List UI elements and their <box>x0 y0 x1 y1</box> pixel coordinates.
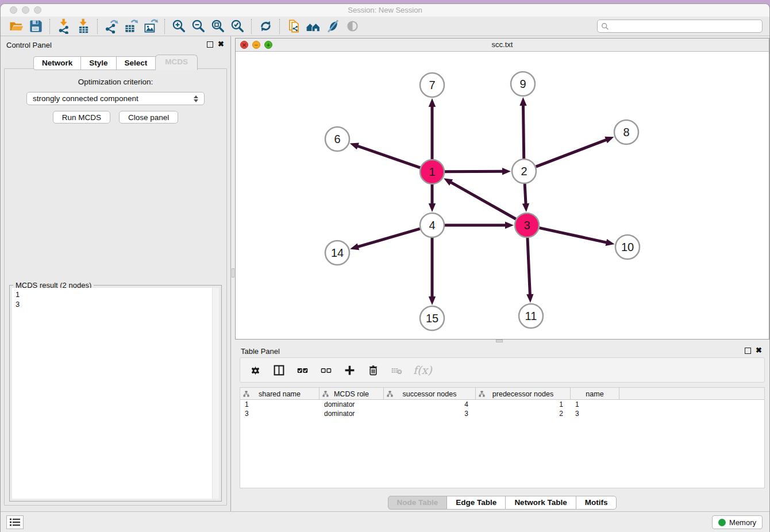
deselect-all-button[interactable] <box>319 363 333 377</box>
close-table-panel-icon[interactable]: ✖ <box>756 346 762 354</box>
tab-motifs[interactable]: Motifs <box>576 496 617 510</box>
graphics-details-button[interactable] <box>323 18 342 35</box>
network-window-titlebar: ✕ − + scc.txt <box>236 38 769 52</box>
column-header-shared-name[interactable]: shared name <box>240 388 319 400</box>
float-table-panel-icon[interactable] <box>745 348 751 354</box>
task-history-button[interactable] <box>6 515 24 529</box>
select-all-icon <box>297 364 309 376</box>
edge-2-9[interactable] <box>523 105 523 159</box>
select-all-button[interactable] <box>295 363 309 377</box>
edge-3-1[interactable] <box>450 182 515 219</box>
node-label-2: 2 <box>521 165 527 178</box>
application-window: Session: New Session <box>0 0 770 532</box>
zoom-in-button[interactable] <box>169 18 188 35</box>
column-header-successor-nodes[interactable]: successor nodes <box>384 388 476 400</box>
memory-button[interactable]: Memory <box>712 515 763 529</box>
toolbar-separator <box>251 19 252 34</box>
toolbar-separator <box>97 19 98 34</box>
create-column-button[interactable] <box>342 363 356 377</box>
optimization-criterion-select[interactable]: strongly connected component <box>26 92 205 105</box>
table-panel: Table Panel ✖ <box>235 342 769 511</box>
search-icon <box>601 22 609 30</box>
first-neighbors-button[interactable] <box>303 18 323 35</box>
node-label-1: 1 <box>429 165 435 178</box>
column-header-predecessor-nodes[interactable]: predecessor nodes <box>476 388 571 400</box>
column-label: shared name <box>259 390 301 398</box>
zoom-fit-button[interactable] <box>208 18 228 35</box>
tab-mcds[interactable]: MCDS <box>155 55 198 70</box>
scrollbar[interactable] <box>212 288 219 499</box>
table-options-button[interactable] <box>248 363 262 377</box>
node-label-6: 6 <box>334 133 340 145</box>
delete-column-button[interactable] <box>366 363 380 377</box>
tab-node-table[interactable]: Node Table <box>388 496 448 510</box>
mcds-result-group: MCDS result (2 nodes) 1 3 <box>9 285 222 502</box>
export-network-button[interactable] <box>102 18 121 35</box>
cell-name[interactable]: 1 <box>571 400 619 409</box>
show-column-panel-button[interactable] <box>272 363 286 377</box>
edge-arrowhead <box>429 203 436 212</box>
tab-network-table[interactable]: Network Table <box>505 496 576 510</box>
column-label: name <box>586 390 603 398</box>
zoom-fit-icon <box>210 18 226 34</box>
node-label-15: 15 <box>426 312 438 325</box>
cell-predecessor-nodes[interactable]: 2 <box>476 409 571 418</box>
edge-4-14[interactable] <box>357 229 420 247</box>
panel-splitter[interactable] <box>230 36 234 511</box>
import-table-button[interactable] <box>74 18 93 35</box>
cell-successor-nodes[interactable]: 3 <box>384 409 476 418</box>
edge-2-8[interactable] <box>536 140 607 167</box>
edge-arrowhead <box>502 168 511 175</box>
tab-network[interactable]: Network <box>33 56 81 70</box>
new-network-from-selection-button[interactable] <box>284 18 303 35</box>
toolbar-separator <box>164 19 165 34</box>
open-session-button[interactable] <box>6 18 26 35</box>
edge-3-10[interactable] <box>539 228 607 243</box>
table-panel-title: Table Panel <box>241 347 280 356</box>
control-panel-title: Control Panel <box>6 41 52 49</box>
cell-name[interactable]: 3 <box>571 409 619 418</box>
import-network-icon <box>56 18 72 34</box>
mcds-result-box: 1 3 <box>12 288 219 499</box>
float-panel-icon[interactable] <box>207 41 213 48</box>
table-row[interactable]: 3dominator323 <box>240 409 764 418</box>
cell-mcds-role[interactable]: dominator <box>319 400 384 409</box>
edge-arrowhead <box>519 97 526 106</box>
cell-shared-name[interactable]: 1 <box>240 400 319 409</box>
cell-mcds-role[interactable]: dominator <box>319 409 384 418</box>
network-canvas[interactable]: 7968124314101511 <box>236 52 769 339</box>
search-input[interactable] <box>611 22 759 30</box>
function-builder-button[interactable]: f(x) <box>413 364 432 376</box>
run-mcds-button[interactable]: Run MCDS <box>53 111 110 124</box>
edge-arrowhead <box>526 294 533 303</box>
cell-shared-name[interactable]: 3 <box>240 409 319 418</box>
close-panel-button[interactable]: Close panel <box>119 111 178 124</box>
edge-3-11[interactable] <box>528 238 530 295</box>
tab-edge-table[interactable]: Edge Table <box>446 496 506 510</box>
import-network-button[interactable] <box>54 18 74 35</box>
tab-select[interactable]: Select <box>116 56 156 70</box>
birds-eye-view-button[interactable] <box>342 18 362 35</box>
edge-1-2[interactable] <box>445 171 503 172</box>
houses-icon <box>306 18 321 34</box>
control-panel-header: Control Panel ✖ <box>1 36 230 51</box>
zoom-out-button[interactable] <box>188 18 208 35</box>
close-panel-icon[interactable]: ✖ <box>218 40 224 48</box>
gear-icon <box>249 364 261 376</box>
duplicate-network-icon <box>286 18 302 34</box>
edge-1-6[interactable] <box>357 146 420 168</box>
cell-successor-nodes[interactable]: 4 <box>384 400 476 409</box>
node-label-14: 14 <box>331 246 344 259</box>
export-image-button[interactable] <box>141 18 160 35</box>
export-table-button[interactable] <box>121 18 141 35</box>
zoom-selected-button[interactable] <box>228 18 247 35</box>
cell-predecessor-nodes[interactable]: 1 <box>476 400 571 409</box>
apply-layout-button[interactable] <box>256 18 275 35</box>
table-row[interactable]: 1dominator411 <box>240 400 764 409</box>
column-header-mcds-role[interactable]: MCDS role <box>319 388 384 400</box>
save-session-button[interactable] <box>26 18 45 35</box>
delete-table-button[interactable] <box>390 363 403 377</box>
column-header-name[interactable]: name <box>571 388 619 400</box>
edge-2-3[interactable] <box>525 184 526 205</box>
tab-style[interactable]: Style <box>80 56 116 70</box>
